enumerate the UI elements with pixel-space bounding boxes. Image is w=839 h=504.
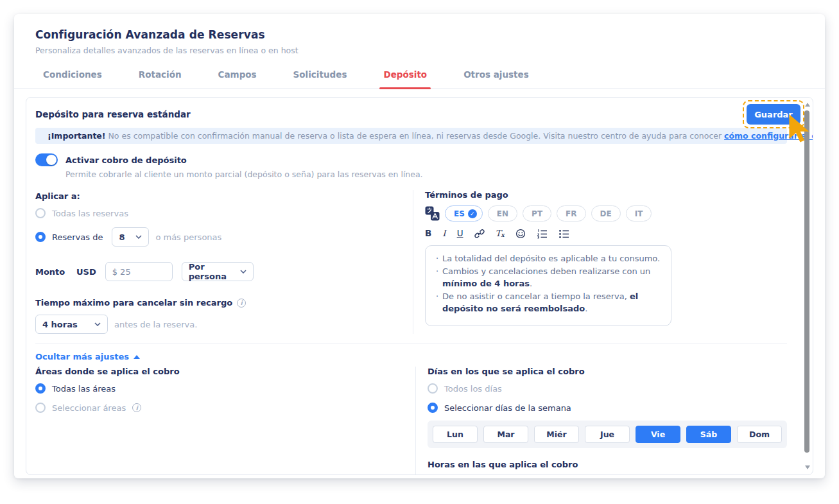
clear-format-t: T bbox=[496, 229, 501, 238]
people-suffix: o más personas bbox=[155, 232, 221, 242]
toggle-knob bbox=[46, 155, 56, 165]
language-row: ES ✓ EN PT FR DE IT bbox=[425, 205, 787, 222]
info-icon[interactable]: i bbox=[132, 403, 141, 412]
terms-textarea[interactable]: ·La totalidad del depósito es aplicable … bbox=[425, 245, 671, 326]
scrollbar[interactable] bbox=[803, 99, 811, 473]
settings-card: Configuración Avanzada de Reservas Perso… bbox=[14, 14, 825, 478]
terms-column: Términos de pago ES ✓ EN PT FR bbox=[413, 190, 787, 334]
radio-all-areas[interactable]: Todas las áreas bbox=[35, 383, 415, 394]
radio-icon bbox=[428, 383, 438, 394]
tab-solicitudes[interactable]: Solicitudes bbox=[292, 68, 349, 88]
italic-button[interactable]: I bbox=[442, 229, 445, 238]
info-icon[interactable]: i bbox=[237, 299, 246, 308]
cancel-time-select[interactable]: 4 horas bbox=[35, 315, 108, 334]
tab-campos[interactable]: Campos bbox=[217, 68, 258, 88]
clear-format-button[interactable]: Tx bbox=[496, 229, 505, 238]
ordered-list-button[interactable] bbox=[537, 229, 548, 239]
terms-line: ·La totalidad del depósito es aplicable … bbox=[435, 252, 662, 265]
radio-reservations-from-row: Reservas de 8 o más personas bbox=[35, 227, 413, 247]
terms-label: Términos de pago bbox=[425, 190, 787, 200]
radio-select-areas[interactable]: Seleccionar áreas i bbox=[35, 403, 415, 413]
tab-condiciones[interactable]: Condiciones bbox=[42, 68, 103, 88]
per-unit-select[interactable]: Por persona bbox=[182, 262, 254, 281]
day-button-jue[interactable]: Jue bbox=[585, 426, 630, 443]
amount-row: Monto USD Por persona bbox=[35, 262, 413, 281]
section-title: Depósito para reserva estándar bbox=[35, 109, 787, 119]
lang-pill-es[interactable]: ES ✓ bbox=[445, 205, 483, 222]
ordered-list-icon bbox=[537, 229, 548, 239]
lang-code: PT bbox=[532, 209, 542, 218]
cancel-time-suffix: antes de la reserva. bbox=[114, 320, 197, 329]
radio-icon-selected bbox=[428, 403, 438, 413]
cancel-time-row: 4 horas antes de la reserva. bbox=[35, 315, 413, 334]
tab-deposito[interactable]: Depósito bbox=[382, 68, 428, 88]
radio-select-days[interactable]: Seleccionar días de la semana bbox=[428, 403, 787, 413]
emoji-button[interactable] bbox=[515, 229, 526, 239]
notice-bold: ¡Importante! bbox=[48, 131, 106, 141]
radio-label: Reservas de bbox=[52, 232, 103, 242]
lang-code: DE bbox=[600, 209, 612, 218]
check-icon: ✓ bbox=[468, 209, 477, 218]
amount-label: Monto bbox=[35, 267, 76, 277]
scrollbar-thumb[interactable] bbox=[804, 110, 809, 453]
cancel-time-value: 4 horas bbox=[42, 320, 78, 329]
hide-more-settings-label: Ocultar más ajustes bbox=[35, 352, 129, 361]
link-button[interactable] bbox=[474, 229, 485, 239]
hours-label: Horas en las que aplica el cobro bbox=[428, 460, 787, 469]
day-button-lun[interactable]: Lun bbox=[433, 426, 478, 443]
collapse-arrow-icon bbox=[134, 355, 140, 359]
notice-text: ¡Importante! No es compatible con confir… bbox=[48, 131, 813, 141]
day-button-mier[interactable]: Miér bbox=[534, 426, 579, 443]
deposit-toggle[interactable] bbox=[35, 153, 58, 166]
cancel-time-label-row: Tiempo máximo para cancelar sin recargo … bbox=[35, 298, 413, 308]
terms-text: Cambios y cancelaciones deben realizarse… bbox=[442, 266, 650, 276]
deposit-panel: Depósito para reserva estándar Guardar ¡… bbox=[26, 97, 813, 475]
apply-column: Aplicar a: Todas las reservas Reservas d… bbox=[35, 190, 413, 334]
radio-all-reservations[interactable]: Todas las reservas bbox=[35, 208, 413, 218]
cancel-time-label: Tiempo máximo para cancelar sin recargo bbox=[35, 298, 232, 308]
richtext-toolbar: B I U Tx bbox=[425, 229, 787, 239]
scroll-up-icon[interactable] bbox=[805, 103, 810, 107]
lang-code: EN bbox=[497, 209, 508, 218]
tab-otros-ajustes[interactable]: Otros ajustes bbox=[462, 68, 530, 88]
notice-body: No es compatible con confirmación manual… bbox=[106, 131, 725, 141]
apply-label: Aplicar a: bbox=[35, 191, 413, 201]
lang-pill-pt[interactable]: PT bbox=[523, 205, 551, 222]
scroll-down-icon[interactable] bbox=[805, 465, 810, 469]
lang-pill-de[interactable]: DE bbox=[591, 205, 621, 222]
terms-text: La totalidad del depósito es aplicable a… bbox=[442, 254, 660, 263]
chevron-down-icon bbox=[94, 322, 101, 326]
people-count-value: 8 bbox=[119, 232, 125, 242]
day-button-mar[interactable]: Mar bbox=[483, 426, 528, 443]
days-column: Días en los que se aplica el cobro Todos… bbox=[415, 367, 787, 475]
bottom-settings-grid: Áreas donde se aplica el cobro Todas las… bbox=[35, 367, 787, 475]
toggle-label: Activar cobro de depósito bbox=[65, 155, 187, 165]
lang-code: FR bbox=[566, 209, 576, 218]
underline-button[interactable]: U bbox=[457, 229, 463, 238]
hide-more-settings-link[interactable]: Ocultar más ajustes bbox=[35, 352, 787, 361]
radio-icon-selected bbox=[35, 383, 46, 394]
radio-all-days[interactable]: Todos los días bbox=[428, 383, 787, 394]
tab-rotacion[interactable]: Rotación bbox=[137, 68, 183, 88]
bullet: · bbox=[436, 265, 438, 278]
lang-code: ES bbox=[454, 209, 465, 218]
terms-bold: mínimo de 4 horas bbox=[442, 279, 530, 288]
per-unit-value: Por persona bbox=[189, 262, 235, 281]
day-button-vie[interactable]: Vie bbox=[636, 426, 680, 443]
lang-pill-fr[interactable]: FR bbox=[557, 205, 585, 222]
people-count-select[interactable]: 8 bbox=[112, 227, 149, 247]
radio-icon-selected[interactable] bbox=[35, 232, 46, 242]
day-button-sab[interactable]: Sáb bbox=[686, 426, 731, 443]
bullet-list-button[interactable] bbox=[558, 229, 569, 239]
radio-label: Seleccionar áreas bbox=[52, 403, 126, 413]
emoji-icon bbox=[515, 229, 526, 239]
link-icon bbox=[474, 229, 485, 239]
amount-input[interactable] bbox=[105, 262, 173, 281]
bold-button[interactable]: B bbox=[425, 229, 431, 238]
day-button-dom[interactable]: Dom bbox=[737, 426, 782, 443]
radio-label: Seleccionar días de la semana bbox=[444, 403, 571, 413]
lang-pill-it[interactable]: IT bbox=[626, 205, 652, 222]
terms-line: ·De no asistir o cancelar a tiempo la re… bbox=[435, 290, 662, 315]
deposit-toggle-row: Activar cobro de depósito bbox=[35, 153, 787, 166]
lang-pill-en[interactable]: EN bbox=[488, 205, 517, 222]
